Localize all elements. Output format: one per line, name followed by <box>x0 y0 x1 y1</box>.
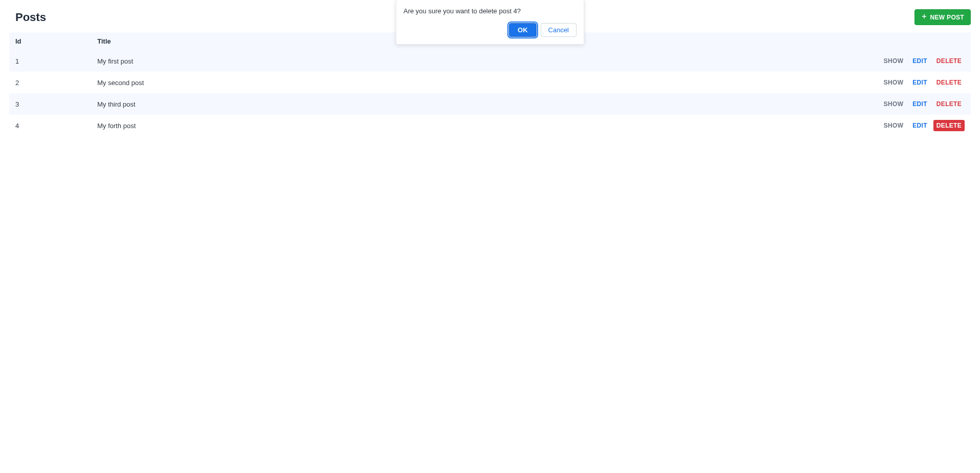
edit-button[interactable]: EDIT <box>909 120 930 131</box>
delete-button[interactable]: DELETE <box>933 55 965 67</box>
cell-title: My forth post <box>91 115 418 136</box>
page-title: Posts <box>9 11 46 24</box>
new-post-button-label: NEW POST <box>930 14 964 21</box>
table-row: 3My third postSHOWEDITDELETE <box>9 93 971 115</box>
show-button[interactable]: SHOW <box>881 77 907 88</box>
confirm-ok-button[interactable]: OK <box>509 23 537 37</box>
confirm-cancel-button[interactable]: Cancel <box>541 23 577 37</box>
table-row: 1My first postSHOWEDITDELETE <box>9 50 971 72</box>
new-post-button[interactable]: NEW POST <box>914 9 971 25</box>
delete-button[interactable]: DELETE <box>933 98 965 110</box>
confirm-dialog-message: Are you sure you want to delete post 4? <box>403 7 577 15</box>
cell-actions: SHOWEDITDELETE <box>418 115 971 136</box>
show-button[interactable]: SHOW <box>881 120 907 131</box>
edit-button[interactable]: EDIT <box>909 55 930 67</box>
posts-table: Id Title 1My first postSHOWEDITDELETE2My… <box>9 32 971 136</box>
delete-button[interactable]: DELETE <box>933 120 965 131</box>
cell-actions: SHOWEDITDELETE <box>418 72 971 93</box>
table-row: 4My forth postSHOWEDITDELETE <box>9 115 971 136</box>
cell-title: My second post <box>91 72 418 93</box>
table-row: 2My second postSHOWEDITDELETE <box>9 72 971 93</box>
confirm-dialog: Are you sure you want to delete post 4? … <box>396 0 584 45</box>
column-header-title: Title <box>91 32 418 50</box>
column-header-id: Id <box>9 32 91 50</box>
cell-actions: SHOWEDITDELETE <box>418 50 971 72</box>
cell-id: 4 <box>9 115 91 136</box>
edit-button[interactable]: EDIT <box>909 77 930 88</box>
delete-button[interactable]: DELETE <box>933 77 965 88</box>
edit-button[interactable]: EDIT <box>909 98 930 110</box>
cell-id: 1 <box>9 50 91 72</box>
cell-id: 2 <box>9 72 91 93</box>
cell-actions: SHOWEDITDELETE <box>418 93 971 115</box>
cell-title: My first post <box>91 50 418 72</box>
confirm-dialog-actions: OK Cancel <box>403 23 577 37</box>
cell-title: My third post <box>91 93 418 115</box>
plus-icon <box>921 13 927 21</box>
show-button[interactable]: SHOW <box>881 98 907 110</box>
cell-id: 3 <box>9 93 91 115</box>
show-button[interactable]: SHOW <box>881 55 907 67</box>
